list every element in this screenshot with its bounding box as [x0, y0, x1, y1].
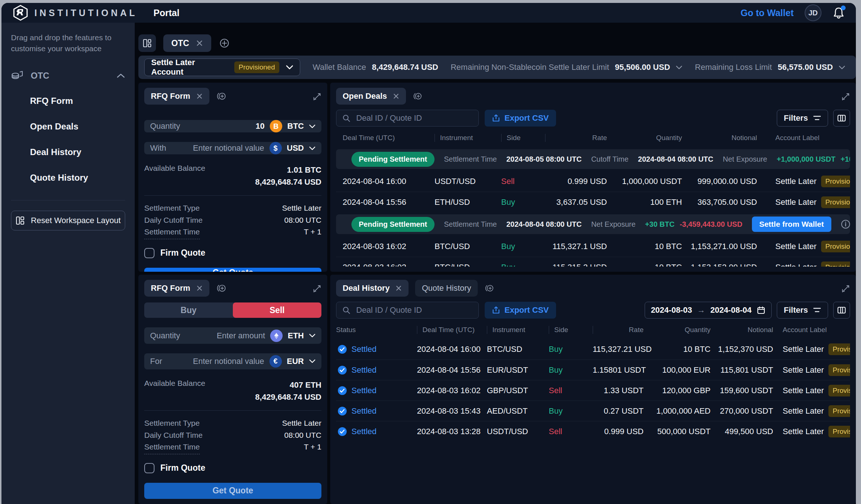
rate-cell: 115,315.2 USD — [545, 263, 607, 267]
loss-limit-value: 56,575.00 USD — [778, 63, 833, 72]
export-csv-button[interactable]: Export CSV — [485, 302, 556, 319]
sidebar-item-open-deals[interactable]: Open Deals — [11, 114, 125, 139]
account-label: Settle Later — [775, 177, 817, 186]
available-balance: Available Balance 1.01 BTC 8,429,648.74 … — [144, 164, 321, 188]
divider — [144, 195, 321, 196]
net-exposure-label: Net Exposure — [723, 155, 767, 163]
close-icon[interactable] — [196, 40, 203, 47]
chevron-down-icon[interactable] — [309, 359, 316, 363]
deal-time-cell: 2024-08-03 15:43 — [417, 406, 487, 416]
chevron-down-icon[interactable] — [309, 146, 316, 150]
notional-field[interactable]: With Enter notional value $ USD — [144, 142, 321, 154]
workspace-switcher-button[interactable] — [138, 34, 156, 52]
rfq-sell-panel-tab[interactable]: RFQ Form — [144, 280, 209, 297]
get-quote-button[interactable]: Get Quote — [144, 483, 321, 499]
rate-cell: 0.999 USD — [593, 427, 644, 436]
deal-search-input[interactable] — [355, 305, 473, 315]
account-selector[interactable]: Settle Later Account Provisioned — [144, 59, 300, 76]
currency-code: ETH — [288, 331, 304, 341]
add-panel-icon[interactable] — [216, 283, 227, 294]
sidebar-item-rfq-form[interactable]: RFQ Form — [11, 88, 125, 114]
columns-button[interactable] — [833, 302, 850, 319]
sidebar-item-deal-history[interactable]: Deal History — [11, 139, 125, 165]
buy-button[interactable]: Buy — [144, 302, 233, 318]
notional-field[interactable]: For Enter notional value € EUR — [144, 353, 321, 369]
quantity-cell: 1,000,000 AED — [644, 406, 711, 416]
quantity-label: Quantity — [150, 331, 180, 341]
rfq-buy-panel-tab[interactable]: RFQ Form — [144, 88, 209, 105]
notional-cell: 115,801 USDT — [711, 365, 773, 375]
account-label-cell: Settle Later Provisioned — [773, 426, 850, 437]
info-icon[interactable] — [841, 219, 850, 229]
close-icon[interactable] — [196, 285, 203, 292]
go-to-wallet-link[interactable]: Go to Wallet — [741, 8, 794, 18]
available-balance-label: Available Balance — [144, 379, 205, 403]
add-workspace-icon[interactable] — [219, 37, 230, 49]
buy-sell-toggle: Buy Sell — [144, 302, 321, 318]
rate-cell: 115,327.21 USD — [593, 345, 644, 354]
deal-history-tab[interactable]: Deal History — [336, 280, 409, 297]
notional-cell: 270,000 USDT — [711, 406, 773, 416]
open-deals-panel-tab[interactable]: Open Deals — [336, 88, 406, 105]
close-icon[interactable] — [395, 285, 402, 292]
deal-search-box — [336, 302, 479, 319]
account-name: Settle Later Account — [151, 58, 228, 77]
sidebar-group-otc[interactable]: OTC — [11, 70, 125, 82]
settlement-time-label: Settlement Time — [144, 226, 200, 239]
add-panel-icon[interactable] — [216, 91, 227, 102]
columns-button[interactable] — [833, 110, 850, 127]
nonstablecoin-limit-metric[interactable]: Remaining Non-Stablecoin Settle Later Li… — [451, 63, 682, 72]
settle-from-wallet-button[interactable]: Settle from Wallet — [752, 217, 831, 232]
add-panel-icon[interactable] — [413, 91, 423, 101]
firm-quote-checkbox[interactable] — [144, 248, 154, 258]
loss-limit-metric[interactable]: Remaining Loss Limit 56,575.00 USD — [695, 63, 845, 72]
quantity-placeholder: Enter amount — [217, 331, 265, 341]
cutoff-time-label: Daily Cutoff Time — [144, 214, 203, 226]
column-header: Notional — [682, 134, 757, 142]
filters-button[interactable]: Filters — [777, 110, 828, 127]
date-from: 2024-08-03 — [651, 305, 692, 315]
column-header: Notional — [711, 326, 773, 334]
deal-time-cell: 2024-08-03 16:02 — [417, 386, 487, 395]
quantity-field[interactable]: Quantity Enter amount ETH — [144, 327, 321, 343]
panel-tab-label: Open Deals — [343, 91, 387, 101]
date-range-picker[interactable]: 2024-08-03 → 2024-08-04 — [645, 302, 772, 319]
add-panel-icon[interactable] — [484, 283, 495, 293]
close-icon[interactable] — [196, 93, 203, 99]
close-icon[interactable] — [393, 93, 399, 99]
settlement-type-value: Settle Later — [282, 417, 321, 429]
usd-icon: $ — [269, 142, 282, 154]
get-quote-button[interactable]: Get Quote — [144, 268, 321, 272]
deal-search-input[interactable] — [355, 113, 473, 123]
avatar[interactable]: JD — [805, 4, 821, 21]
export-csv-button[interactable]: Export CSV — [485, 110, 556, 127]
wallet-balance-metric: Wallet Balance 8,429,648.74 USD — [313, 63, 438, 72]
column-header: Instrument — [435, 134, 501, 142]
expand-icon[interactable] — [313, 284, 321, 293]
notifications-bell-icon[interactable] — [832, 6, 845, 19]
reset-workspace-button[interactable]: Reset Workspace Layout — [11, 211, 125, 230]
instrument-cell: AED/USDT — [487, 406, 549, 416]
status-label: Settled — [351, 345, 377, 354]
settled-check-icon — [338, 386, 347, 395]
quantity-field[interactable]: Quantity 10 B BTC — [144, 120, 321, 132]
filters-button[interactable]: Filters — [777, 302, 828, 319]
sidebar-item-quote-history[interactable]: Quote History — [11, 165, 125, 191]
chevron-down-icon[interactable] — [309, 334, 316, 338]
side-cell: Buy — [501, 242, 545, 251]
workspace-tab-otc[interactable]: OTC — [163, 34, 211, 52]
notional-label: With — [150, 143, 166, 153]
chevron-down-icon[interactable] — [309, 124, 316, 128]
settlement-time-label: Settlement Time — [444, 220, 497, 229]
layout-icon — [15, 216, 25, 225]
expand-icon[interactable] — [313, 92, 321, 101]
currency-code: EUR — [287, 357, 304, 366]
quote-history-tab[interactable]: Quote History — [415, 280, 478, 297]
expand-icon[interactable] — [841, 92, 850, 101]
sell-button[interactable]: Sell — [233, 302, 321, 318]
provisioned-badge: Provisioned — [828, 364, 850, 376]
deal-time-cell: 2024-08-04 15:56 — [336, 198, 435, 207]
expand-icon[interactable] — [841, 284, 850, 293]
cutoff-time-value: 2024-08-04 08:00 UTC — [638, 155, 713, 163]
firm-quote-checkbox[interactable] — [144, 463, 154, 473]
